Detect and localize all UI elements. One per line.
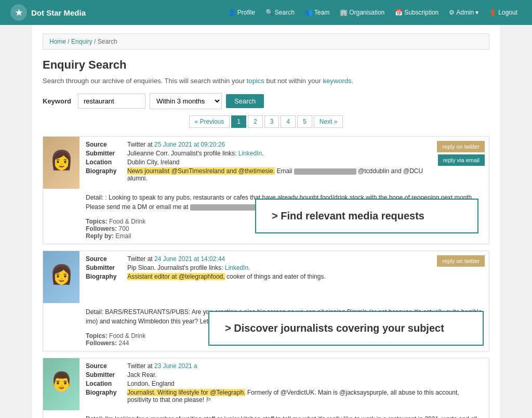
card-meta-1: Source Twitter at 25 June 2021 at 09:20:… (79, 137, 433, 189)
card-footer-1: Topics: Food & Drink Followers: 700 Repl… (43, 216, 489, 244)
card-meta-3: Source Twitter at 23 June 2021 a Submitt… (79, 358, 481, 410)
source-row-3: Source Twitter at 23 June 2021 a (86, 362, 474, 370)
linkedin-link-2[interactable]: LinkedIn (225, 264, 248, 271)
avatar-1: 👩 (43, 137, 79, 189)
card-actions-3 (481, 358, 489, 410)
reply-email-btn-1[interactable]: reply via email (438, 154, 485, 166)
avatar-3: 👨 (43, 358, 79, 410)
breadcrumb-enquiry[interactable]: Enquiry (71, 38, 92, 45)
pagination-next[interactable]: Next » (314, 115, 343, 128)
breadcrumb-current: Search (98, 38, 117, 45)
source-row-2: Source Twitter at 24 June 2021 at 14:02:… (86, 255, 427, 263)
search-button[interactable]: Search (226, 94, 264, 108)
brand-icon: ★ (10, 4, 27, 21)
biography-row-1: Biography News journalist @SunTimesIrela… (86, 167, 427, 182)
nav-team[interactable]: 👥 Team (301, 7, 334, 18)
card-header-3: 👨 Source Twitter at 23 June 2021 a Submi… (43, 358, 489, 410)
search-input[interactable] (78, 94, 145, 109)
breadcrumb-home[interactable]: Home (49, 38, 66, 45)
card-header-2: 👩 Source Twitter at 24 June 2021 at 14:0… (43, 251, 489, 303)
card-header-1: 👩 Source Twitter at 25 June 2021 at 09:2… (43, 137, 489, 189)
breadcrumb: Home / Enquiry / Search (43, 33, 489, 50)
card-detail-3: Detail: I'm looking for a member of wait… (43, 410, 489, 418)
pagination: « Previous 1 2 3 4 5 Next » (43, 115, 489, 128)
submitter-row-2: Submitter Pip Sloan. Journalist's profil… (86, 264, 427, 271)
source-link-1[interactable]: 25 June 2021 at 09:20:26 (154, 141, 225, 148)
reply-twitter-btn-1[interactable]: reply on twitter (437, 141, 485, 152)
avatar-2: 👩 (43, 251, 79, 303)
source-row-1: Source Twitter at 25 June 2021 at 09:20:… (86, 141, 427, 148)
main-content: Home / Enquiry / Search Enquiry Search S… (32, 25, 500, 418)
keywords-link[interactable]: keywords (323, 77, 352, 85)
pagination-page-3[interactable]: 3 (264, 115, 280, 128)
page-description: Search through our archive of enquiries.… (43, 77, 489, 85)
pagination-page-2[interactable]: 2 (248, 115, 263, 128)
biography-row-3: Biography Journalist. Writing lifestyle … (86, 389, 474, 403)
biography-row-2: Biography Assistant editor at @telegraph… (86, 273, 427, 280)
card-detail-2: Detail: BARS/RESTAURANTS/PUBS: Are you e… (43, 303, 489, 330)
nav-logout[interactable]: 🚪 Logout (485, 7, 522, 18)
pagination-page-1[interactable]: 1 (231, 115, 246, 128)
source-link-2[interactable]: 24 June 2021 at 14:02:44 (154, 255, 225, 263)
card-actions-1: reply on twitter reply via email (433, 137, 489, 189)
card-detail-1: Detail: : Looking to speak to any pubs, … (43, 189, 489, 216)
period-select[interactable]: Within 3 months Within 6 months Within 1… (150, 93, 222, 109)
keyword-label: Keyword (43, 97, 74, 105)
pagination-page-5[interactable]: 5 (297, 115, 312, 128)
brand-name: Dot Star Media (31, 8, 86, 17)
card-meta-2: Source Twitter at 24 June 2021 at 14:02:… (79, 251, 433, 303)
card-actions-2: reply on twitter (433, 251, 489, 303)
page-title: Enquiry Search (43, 58, 489, 72)
submitter-row-1: Submitter Julieanne Corr. Journalist's p… (86, 150, 427, 157)
result-card-3: 👨 Source Twitter at 23 June 2021 a Submi… (43, 358, 489, 418)
reply-twitter-btn-2[interactable]: reply on twitter (437, 255, 485, 267)
location-row-3: Location London, England (86, 380, 474, 387)
submitter-row-3: Submitter Jack Rear. (86, 371, 474, 378)
card-footer-2: Topics: Food & Drink Followers: 244 (43, 330, 489, 351)
nav-organisation[interactable]: 🏢 Organisation (336, 7, 389, 18)
source-link-3[interactable]: 23 June 2021 a (154, 362, 197, 370)
nav-links: 👤 Profile 🔍 Search 👥 Team 🏢 Organisation… (224, 7, 522, 18)
location-row-1: Location Dublin City, Ireland (86, 159, 427, 166)
nav-admin[interactable]: ⚙ Admin ▾ (445, 7, 483, 18)
nav-profile[interactable]: 👤 Profile (224, 7, 259, 18)
topics-link[interactable]: topics (247, 77, 264, 85)
linkedin-link-1[interactable]: LinkedIn (238, 150, 262, 157)
search-form: Keyword Within 3 months Within 6 months … (43, 93, 489, 109)
pagination-page-4[interactable]: 4 (281, 115, 296, 128)
pagination-prev[interactable]: « Previous (189, 115, 230, 128)
navbar: ★ Dot Star Media 👤 Profile 🔍 Search 👥 Te… (0, 0, 532, 25)
result-card-2: 👩 Source Twitter at 24 June 2021 at 14:0… (43, 251, 489, 351)
nav-search[interactable]: 🔍 Search (261, 7, 299, 18)
result-card-1: 👩 Source Twitter at 25 June 2021 at 09:2… (43, 136, 489, 244)
nav-subscription[interactable]: 📅 Subscription (391, 7, 443, 18)
brand: ★ Dot Star Media (10, 4, 86, 21)
